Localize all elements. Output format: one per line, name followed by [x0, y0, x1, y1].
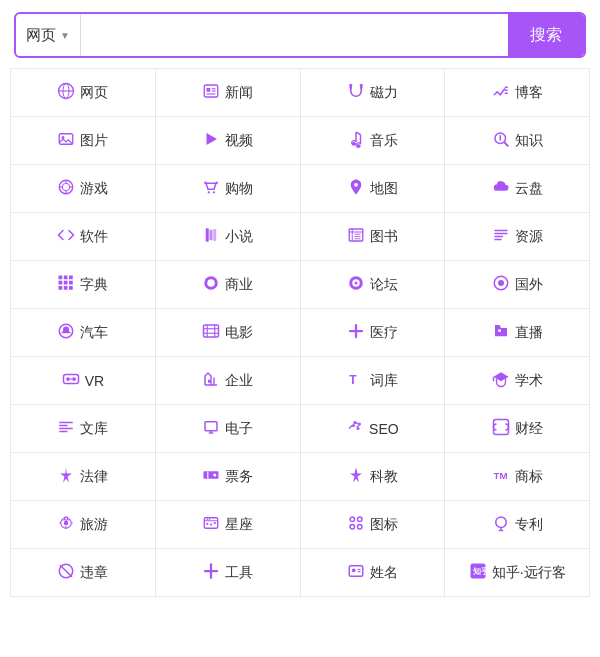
- grid-item-law[interactable]: 法律: [11, 453, 156, 501]
- svg-point-106: [357, 517, 362, 522]
- grid-item-trademark[interactable]: TM商标: [445, 453, 590, 501]
- svg-rect-51: [69, 286, 73, 290]
- shopping-icon: [202, 178, 220, 199]
- grid-item-magnet[interactable]: 磁力: [301, 69, 446, 117]
- grid-item-finance[interactable]: 财经: [445, 405, 590, 453]
- grid-item-label-foreign: 国外: [515, 276, 543, 294]
- grid-item-resource[interactable]: 资源: [445, 213, 590, 261]
- svg-rect-49: [59, 286, 63, 290]
- grid-item-label-knowledge: 知识: [515, 132, 543, 150]
- search-type-selector[interactable]: 网页 ▼: [16, 14, 81, 56]
- game-icon: [57, 178, 75, 199]
- search-input[interactable]: [81, 14, 508, 56]
- svg-point-109: [495, 517, 506, 528]
- grid-item-label-tool: 工具: [225, 564, 253, 582]
- grid-item-movie[interactable]: 电影: [156, 309, 301, 357]
- grid-item-label-enterprise: 企业: [225, 372, 253, 390]
- violation-icon: [57, 562, 75, 583]
- grid-item-label-movie: 电影: [225, 324, 253, 342]
- grid-item-electronic[interactable]: 电子: [156, 405, 301, 453]
- grid-item-label-cloud: 云盘: [515, 180, 543, 198]
- grid-item-software[interactable]: 软件: [11, 213, 156, 261]
- svg-point-93: [213, 474, 216, 477]
- grid-item-game[interactable]: 游戏: [11, 165, 156, 213]
- grid-item-ticket[interactable]: 票务: [156, 453, 301, 501]
- resource-icon: [492, 226, 510, 247]
- grid-item-science[interactable]: 科教: [301, 453, 446, 501]
- grid-item-travel[interactable]: 旅游: [11, 501, 156, 549]
- grid-item-label-music: 音乐: [370, 132, 398, 150]
- vr-icon: [62, 370, 80, 391]
- category-grid: 网页新闻磁力博客图片视频音乐知识游戏购物地图云盘软件小说图书资源字典商业论坛国外…: [10, 68, 590, 597]
- grid-item-zhihu[interactable]: 知乎知乎·远行客: [445, 549, 590, 597]
- grid-item-wordlib[interactable]: T词库: [301, 357, 446, 405]
- grid-item-book[interactable]: 图书: [301, 213, 446, 261]
- svg-point-105: [350, 517, 355, 522]
- grid-item-blog[interactable]: 博客: [445, 69, 590, 117]
- grid-item-vr[interactable]: VR: [11, 357, 156, 405]
- grid-item-webpage[interactable]: 网页: [11, 69, 156, 117]
- svg-line-88: [357, 423, 359, 425]
- grid-item-label-academic: 学术: [515, 372, 543, 390]
- zodiac-icon: [202, 514, 220, 535]
- ticket-icon: [202, 466, 220, 487]
- grid-item-news[interactable]: 新闻: [156, 69, 301, 117]
- svg-point-95: [64, 521, 69, 526]
- grid-item-seo[interactable]: SEO: [301, 405, 446, 453]
- grid-item-label-business: 商业: [225, 276, 253, 294]
- grid-item-live[interactable]: 直播: [445, 309, 590, 357]
- grid-item-zodiac[interactable]: 星座: [156, 501, 301, 549]
- grid-item-violation[interactable]: 违章: [11, 549, 156, 597]
- grid-item-forum[interactable]: 论坛: [301, 261, 446, 309]
- grid-item-car[interactable]: 汽车: [11, 309, 156, 357]
- search-bar: 网页 ▼ 搜索: [14, 12, 586, 58]
- electronic-icon: [202, 418, 220, 439]
- grid-item-music[interactable]: 音乐: [301, 117, 446, 165]
- svg-point-33: [354, 183, 358, 187]
- grid-item-map[interactable]: 地图: [301, 165, 446, 213]
- grid-item-label-novel: 小说: [225, 228, 253, 246]
- grid-item-cloud[interactable]: 云盘: [445, 165, 590, 213]
- grid-item-knowledge[interactable]: 知识: [445, 117, 590, 165]
- science-icon: [347, 466, 365, 487]
- grid-item-dict[interactable]: 字典: [11, 261, 156, 309]
- grid-item-wenku[interactable]: 文库: [11, 405, 156, 453]
- svg-rect-92: [207, 471, 208, 479]
- magnet-icon: [347, 82, 365, 103]
- svg-point-25: [63, 183, 71, 191]
- grid-item-label-zhihu: 知乎·远行客: [492, 564, 566, 582]
- grid-item-icon[interactable]: 图标: [301, 501, 446, 549]
- grid-item-foreign[interactable]: 国外: [445, 261, 590, 309]
- svg-point-30: [208, 191, 210, 193]
- grid-item-tool[interactable]: 工具: [156, 549, 301, 597]
- grid-item-academic[interactable]: 学术: [445, 357, 590, 405]
- software-icon: [57, 226, 75, 247]
- grid-item-image[interactable]: 图片: [11, 117, 156, 165]
- grid-item-shopping[interactable]: 购物: [156, 165, 301, 213]
- grid-item-novel[interactable]: 小说: [156, 213, 301, 261]
- svg-point-85: [358, 423, 361, 426]
- svg-point-86: [357, 427, 360, 430]
- svg-point-70: [72, 377, 76, 381]
- grid-item-label-ticket: 票务: [225, 468, 253, 486]
- image-icon: [57, 130, 75, 151]
- travel-icon: [57, 514, 75, 535]
- grid-item-label-science: 科教: [370, 468, 398, 486]
- search-button[interactable]: 搜索: [508, 14, 584, 56]
- grid-item-label-resource: 资源: [515, 228, 543, 246]
- grid-item-label-name: 姓名: [370, 564, 398, 582]
- seo-icon: [346, 418, 364, 439]
- grid-item-video[interactable]: 视频: [156, 117, 301, 165]
- grid-item-business[interactable]: 商业: [156, 261, 301, 309]
- svg-text:T: T: [349, 373, 357, 387]
- grid-item-patent[interactable]: 专利: [445, 501, 590, 549]
- svg-point-100: [207, 519, 209, 521]
- novel-icon: [202, 226, 220, 247]
- grid-item-medical[interactable]: 医疗: [301, 309, 446, 357]
- foreign-icon: [492, 274, 510, 295]
- svg-point-23: [499, 135, 501, 137]
- svg-line-113: [60, 565, 72, 577]
- forum-icon: [347, 274, 365, 295]
- grid-item-enterprise[interactable]: 企业: [156, 357, 301, 405]
- grid-item-name[interactable]: 姓名: [301, 549, 446, 597]
